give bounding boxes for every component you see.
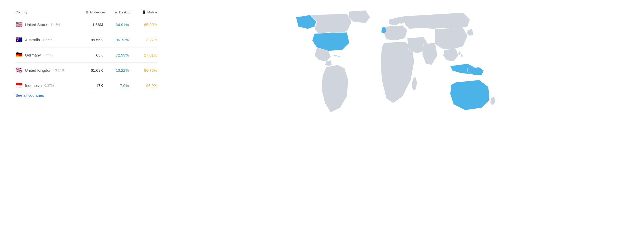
country-share: 84.7% [51,23,60,27]
svg-point-3 [432,58,434,61]
desktop-value: 96.73% [106,38,131,42]
all-devices-value: 89.56K [82,38,106,42]
desktop-value: 34.91% [106,22,131,27]
desktop-icon: 🖥 [114,10,118,14]
all-devices-value: 61.63K [82,68,106,72]
country-col-label: Country [15,10,27,14]
country-name: United States [25,22,48,27]
table-row: 🇺🇸 United States 84.7% 1.66M 34.91% 65.0… [15,17,157,32]
rows-container: 🇺🇸 United States 84.7% 1.66M 34.91% 65.0… [15,17,157,93]
mobile-value: 93.0% [131,83,157,88]
table-row: 🇬🇧 United Kingdom 3.14% 61.63K 13.22% 86… [15,63,157,78]
country-col-header: Country [15,10,82,14]
world-map [282,10,514,126]
country-share: 3.14% [55,68,65,72]
country-flag: 🇬🇧 [15,67,22,73]
country-cell: 🇬🇧 United Kingdom 3.14% [15,67,82,73]
table-row: 🇩🇪 Germany 3.21% 63K 72.99% 27.01% [15,47,157,63]
desktop-value: 7.0% [106,83,131,88]
country-name: Germany [25,53,41,57]
table-header: Country ⊞ All devices 🖥 Desktop 📱 Mobile [15,10,157,17]
svg-point-2 [337,56,340,57]
country-share: 3.21% [44,53,53,57]
mobile-col-label: Mobile [147,10,157,14]
mobile-value: 86.78% [131,68,157,72]
country-flag: 🇦🇺 [15,37,22,43]
country-cell: 🇦🇺 Australia 4.57% [15,37,82,43]
all-devices-col-label: All devices [90,10,106,14]
mobile-value: 27.01% [131,53,157,57]
country-share: 0.87% [44,84,54,87]
all-devices-icon: ⊞ [86,10,88,14]
svg-point-5 [461,54,463,57]
country-cell: 🇮🇩 Indonesia 0.87% [15,83,82,88]
svg-point-1 [334,55,337,56]
mobile-col-header: 📱 Mobile [131,10,157,14]
all-devices-value: 1.66M [82,22,106,27]
country-cell: 🇺🇸 United States 84.7% [15,22,82,27]
all-devices-value: 17K [82,83,106,88]
svg-point-4 [458,51,461,55]
country-flag: 🇩🇪 [15,52,22,58]
see-all-countries-link[interactable]: See all countries [15,93,44,98]
all-devices-value: 63K [82,53,106,57]
table-row: 🇦🇺 Australia 4.57% 89.56K 96.73% 3.27% [15,32,157,47]
desktop-col-label: Desktop [119,10,131,14]
map-section [167,10,629,126]
country-name: Indonesia [25,83,42,88]
country-name: United Kingdom [25,68,53,72]
country-cell: 🇩🇪 Germany 3.21% [15,52,82,58]
all-devices-col-header: ⊞ All devices [82,10,106,14]
country-flag: 🇺🇸 [15,22,22,27]
main-container: Country ⊞ All devices 🖥 Desktop 📱 Mobile… [15,10,629,126]
mobile-icon: 📱 [142,10,146,14]
table-section: Country ⊞ All devices 🖥 Desktop 📱 Mobile… [15,10,157,98]
desktop-col-header: 🖥 Desktop [106,10,131,14]
desktop-value: 13.22% [106,68,131,72]
mobile-value: 65.09% [131,22,157,27]
mobile-value: 3.27% [131,38,157,42]
table-row: 🇮🇩 Indonesia 0.87% 17K 7.0% 93.0% [15,78,157,93]
country-flag: 🇮🇩 [15,83,22,88]
desktop-value: 72.99% [106,53,131,57]
country-share: 4.57% [43,38,52,42]
country-name: Australia [25,38,40,42]
